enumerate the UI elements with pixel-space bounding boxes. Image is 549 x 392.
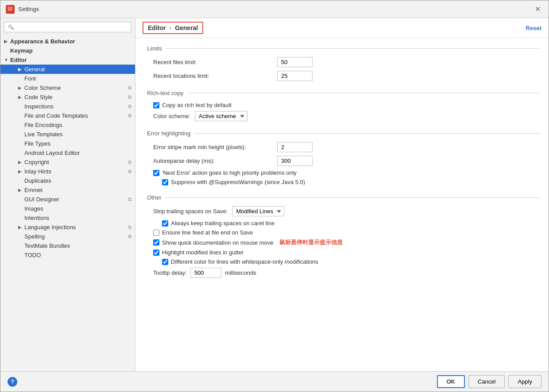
color-scheme-dropdown[interactable]: Active scheme Default Custom (195, 111, 247, 121)
limits-section: Limits Recent files limit: Recent locati… (144, 45, 540, 81)
rich-text-section-header: Rich-text copy (144, 90, 540, 96)
keep-trailing-row: Always keep trailing spaces on caret lin… (144, 220, 540, 227)
sidebar-label-intentions: Intentions (24, 215, 49, 221)
strip-spaces-dropdown[interactable]: Modified Lines All None (232, 206, 284, 216)
sidebar-item-textmate-bundles[interactable]: TextMate Bundles (0, 241, 135, 250)
sidebar-item-live-templates[interactable]: Live Templates (0, 130, 135, 139)
sidebar-item-appearance[interactable]: ▶Appearance & Behavior (0, 37, 135, 46)
help-button[interactable]: ? (8, 377, 17, 387)
recent-files-input[interactable] (277, 57, 313, 67)
highlight-modified-label: Highlight modified lines in gutter (162, 249, 244, 256)
recent-locations-row: Recent locations limit: (144, 71, 540, 81)
sidebar-item-keymap[interactable]: Keymap (0, 46, 135, 55)
autoreparse-row: Autoreparse delay (ms): (144, 156, 540, 166)
sidebar-item-images[interactable]: Images (0, 204, 135, 213)
search-box[interactable]: 🔍 (4, 22, 131, 32)
sidebar-item-editor[interactable]: ▼Editor (0, 55, 135, 65)
sidebar-item-color-scheme[interactable]: ▶Color Scheme⧉ (0, 83, 135, 92)
strip-spaces-label: Strip trailing spaces on Save: (153, 208, 228, 215)
other-divider (165, 197, 540, 198)
sidebar-item-inlay-hints[interactable]: ▶Inlay Hints⧉ (0, 167, 135, 176)
limits-title: Limits (147, 45, 162, 52)
sidebar-label-textmate-bundles: TextMate Bundles (24, 242, 70, 249)
show-quick-doc-label: Show quick documentation on mouse move (162, 239, 273, 246)
suppress-checkbox[interactable] (162, 179, 168, 185)
copy-rich-text-row: Copy as rich text by default (144, 102, 540, 108)
breadcrumb-part1: Editor (148, 24, 166, 31)
search-input[interactable] (17, 24, 128, 30)
content-area: 🔍 ▶Appearance & BehaviorKeymap▼Editor▶Ge… (0, 18, 549, 371)
sidebar-item-todo[interactable]: TODO (0, 250, 135, 260)
limits-divider (166, 48, 540, 49)
copy-rich-text-checkbox[interactable] (153, 102, 159, 108)
close-button[interactable]: ✕ (532, 4, 543, 14)
copy-icon-file-code-templates: ⧉ (128, 113, 131, 119)
sidebar-item-gui-designer[interactable]: GUI Designer⧉ (0, 195, 135, 204)
error-highlighting-title: Error highlighting (147, 130, 190, 137)
expand-icon-emmet: ▶ (18, 188, 24, 192)
next-error-checkbox[interactable] (153, 170, 159, 176)
sidebar-item-emmet[interactable]: ▶Emmet (0, 185, 135, 195)
error-highlighting-section: Error highlighting Error stripe mark min… (144, 130, 540, 185)
sidebar-item-file-types[interactable]: File Types (0, 139, 135, 148)
other-section: Other Strip trailing spaces on Save: Mod… (144, 194, 540, 278)
sidebar-item-language-injections[interactable]: ▶Language Injections⧉ (0, 223, 135, 232)
expand-icon-appearance: ▶ (4, 39, 10, 44)
sidebar-label-code-style: Code Style (24, 94, 53, 100)
sidebar-item-android-layout-editor[interactable]: Android Layout Editor (0, 148, 135, 158)
recent-locations-label: Recent locations limit: (153, 73, 277, 79)
breadcrumb-part2: General (175, 24, 198, 31)
tooltip-delay-row: Tooltip delay: milliseconds (144, 268, 540, 278)
sidebar-item-code-style[interactable]: ▶Code Style⧉ (0, 92, 135, 102)
title-bar: IJ Settings ✕ (0, 0, 549, 18)
autoreparse-input[interactable] (277, 156, 313, 166)
stripe-mark-label: Error stripe mark min height (pixels): (153, 144, 277, 150)
main-header: Editor › General Reset (135, 18, 549, 38)
sidebar-label-keymap: Keymap (10, 47, 33, 54)
sidebar-label-file-encodings: File Encodings (24, 122, 62, 128)
diff-color-checkbox[interactable] (162, 259, 168, 265)
copy-icon-inspections: ⧉ (128, 104, 131, 109)
copy-icon-gui-designer: ⧉ (128, 196, 131, 202)
keep-trailing-checkbox[interactable] (162, 220, 168, 227)
sidebar-item-duplicates[interactable]: Duplicates (0, 176, 135, 185)
tooltip-delay-input[interactable] (190, 268, 221, 278)
highlight-modified-checkbox[interactable] (153, 250, 159, 256)
ensure-line-feed-label: Ensure line feed at file end on Save (162, 229, 253, 236)
cancel-button[interactable]: Cancel (468, 375, 505, 388)
expand-icon-inlay-hints: ▶ (18, 169, 24, 174)
tooltip-delay-label: Tooltip delay: (153, 269, 187, 276)
sidebar-label-images: Images (24, 205, 43, 212)
dialog-title: Settings (18, 6, 39, 12)
rich-text-section: Rich-text copy Copy as rich text by defa… (144, 90, 540, 121)
breadcrumb: Editor › General (143, 22, 203, 34)
ok-button[interactable]: OK (437, 375, 465, 388)
show-quick-doc-checkbox[interactable] (153, 239, 159, 246)
other-title: Other (147, 194, 162, 201)
sidebar-item-file-code-templates[interactable]: File and Code Templates⧉ (0, 111, 135, 120)
apply-button[interactable]: Apply (508, 375, 541, 388)
sidebar-item-copyright[interactable]: ▶Copyright⧉ (0, 158, 135, 167)
recent-locations-input[interactable] (277, 71, 313, 81)
sidebar-label-inspections: Inspections (24, 103, 54, 110)
main-panel: Editor › General Reset Limits Recent fil… (135, 18, 549, 371)
copy-icon-language-injections: ⧉ (128, 224, 131, 230)
sidebar-label-gui-designer: GUI Designer (24, 196, 59, 203)
settings-dialog: IJ Settings ✕ 🔍 ▶Appearance & BehaviorKe… (0, 0, 549, 392)
ensure-line-feed-checkbox[interactable] (153, 230, 159, 236)
sidebar-item-inspections[interactable]: Inspections⧉ (0, 102, 135, 111)
stripe-mark-input[interactable] (277, 142, 313, 152)
rich-text-title: Rich-text copy (147, 90, 183, 96)
color-scheme-row: Color scheme: Active scheme Default Cust… (144, 111, 540, 121)
sidebar-item-file-encodings[interactable]: File Encodings (0, 120, 135, 130)
diff-color-label: Different color for lines with whitespac… (171, 258, 318, 265)
sidebar-item-font[interactable]: Font (0, 74, 135, 83)
sidebar-item-spelling[interactable]: Spelling⧉ (0, 232, 135, 241)
sidebar-label-live-templates: Live Templates (24, 131, 62, 138)
sidebar-label-file-types: File Types (24, 140, 50, 147)
sidebar-item-intentions[interactable]: Intentions (0, 213, 135, 223)
sidebar-label-copyright: Copyright (24, 159, 49, 165)
next-error-label: 'Next Error' action goes to high priorit… (162, 169, 297, 176)
sidebar-item-general[interactable]: ▶General (0, 65, 135, 74)
reset-button[interactable]: Reset (526, 25, 541, 31)
